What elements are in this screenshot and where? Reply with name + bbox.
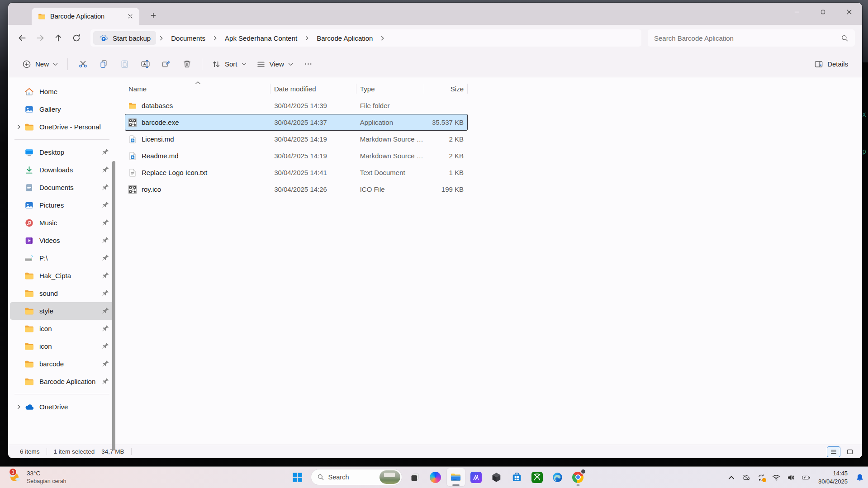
sidebar-item-hak-cipta[interactable]: Hak_Cipta [10, 267, 114, 284]
start-backup-button[interactable]: Start backup [93, 31, 156, 45]
notification-bell-icon[interactable] [855, 473, 864, 482]
file-date-cell: 30/04/2025 14:26 [270, 185, 356, 193]
sync-update-icon[interactable] [757, 473, 766, 482]
column-header-type[interactable]: Type [356, 84, 424, 94]
icons-view-toggle[interactable] [843, 446, 857, 457]
maximize-button[interactable] [810, 3, 836, 21]
chevron-down-icon [242, 62, 247, 66]
wifi-icon[interactable] [772, 473, 781, 482]
table-row-licensi-md[interactable]: Licensi.md30/04/2025 14:19Markdown Sourc… [125, 131, 468, 147]
sidebar-item-desktop[interactable]: Desktop [10, 143, 114, 161]
view-icon [256, 60, 266, 69]
file-name-label: Replace Logo Icon.txt [142, 169, 207, 176]
more-options-button[interactable] [298, 55, 319, 73]
volume-icon[interactable] [787, 473, 796, 482]
tab-barcode-aplication[interactable]: Barcode Aplication [32, 8, 139, 25]
search-box[interactable]: Search Barcode Aplication [648, 29, 855, 47]
sidebar-item-documents[interactable]: Documents [10, 179, 114, 196]
table-row-replace-logo-icon-txt[interactable]: Replace Logo Icon.txt30/04/2025 14:41Tex… [125, 164, 468, 181]
taskbar-search[interactable]: Search [311, 469, 402, 485]
search-icon[interactable] [841, 34, 849, 42]
weather-widget[interactable]: 3 33°C Sebagian cerah [5, 468, 69, 486]
onedrive-paused-icon[interactable] [742, 473, 751, 482]
new-tab-button[interactable] [146, 8, 161, 23]
pin-icon [102, 219, 109, 227]
xbox-button[interactable] [528, 468, 546, 486]
back-button[interactable] [14, 30, 31, 46]
details-view-toggle[interactable] [827, 446, 840, 457]
share-icon [161, 59, 171, 69]
forward-button[interactable] [32, 30, 49, 46]
microsoft-store-button[interactable] [508, 468, 526, 486]
rename-button[interactable] [135, 55, 156, 73]
chevron-right-icon[interactable] [380, 35, 384, 41]
sidebar-item-icon[interactable]: icon [10, 320, 114, 337]
sidebar-item-barcode-aplication[interactable]: Barcode Aplication [10, 373, 114, 390]
file-explorer-window: Barcode Aplication Start backup Docume [8, 3, 862, 458]
copilot-button[interactable] [427, 468, 445, 486]
sidebar-item-music[interactable]: Music [10, 214, 114, 232]
taskbar-center: Search [289, 468, 587, 486]
file-explorer-button[interactable] [447, 468, 465, 486]
column-header-size[interactable]: Size [424, 84, 468, 94]
sidebar-item-p[interactable]: ?P:\ [10, 249, 114, 267]
breadcrumb-item-documents[interactable]: Documents [166, 32, 210, 44]
pin-icon [102, 378, 109, 385]
share-button[interactable] [156, 55, 176, 73]
sidebar-item-downloads[interactable]: Downloads [10, 161, 114, 179]
details-pane-button[interactable]: Details [809, 55, 853, 73]
hexagon-app-button[interactable] [488, 468, 506, 486]
edge-button[interactable] [549, 468, 567, 486]
file-list-pane: Name Date modified Type Size databases30… [116, 77, 862, 445]
cut-button[interactable] [72, 55, 93, 73]
tray-chevron-up-icon[interactable] [727, 473, 736, 482]
sidebar-item-home[interactable]: Home [10, 83, 114, 100]
sidebar-item-pictures[interactable]: Pictures [10, 196, 114, 214]
task-view-button[interactable] [406, 468, 424, 486]
breadcrumb-item-apk-sederhana-content[interactable]: Apk Sederhana Content [220, 32, 302, 44]
chrome-button[interactable] [569, 468, 587, 486]
pin-icon [102, 289, 109, 297]
breadcrumb-item-barcode-aplication[interactable]: Barcode Aplication [312, 32, 377, 44]
new-button[interactable]: New [17, 55, 63, 73]
sidebar-scrollbar[interactable] [112, 161, 115, 450]
file-name-cell: Readme.md [125, 152, 270, 160]
folder-icon [24, 289, 34, 298]
sidebar-item-onedrive[interactable]: OneDrive [10, 398, 114, 416]
delete-button[interactable] [176, 55, 197, 73]
up-button[interactable] [50, 30, 67, 46]
minimize-button[interactable] [783, 3, 810, 21]
close-tab-icon[interactable] [125, 11, 136, 22]
sidebar-item-style[interactable]: style [10, 302, 114, 320]
sidebar-item-icon[interactable]: icon [10, 337, 114, 355]
sidebar-item-label: Music [39, 219, 99, 227]
breadcrumb: Start backup DocumentsApk Sederhana Cont… [90, 29, 641, 47]
paste-button[interactable] [114, 55, 135, 73]
taskbar-clock[interactable]: 14:45 30/04/2025 [816, 469, 849, 486]
slashes-app-button[interactable] [467, 468, 485, 486]
copy-button[interactable] [93, 55, 114, 73]
view-button-label: View [270, 60, 284, 68]
sidebar-item-gallery[interactable]: Gallery [10, 100, 114, 118]
table-row-databases[interactable]: databases30/04/2025 14:39File folder [125, 97, 468, 114]
sort-button[interactable]: Sort [207, 55, 251, 73]
battery-icon[interactable] [802, 473, 811, 482]
column-header-name[interactable]: Name [125, 84, 270, 94]
refresh-button[interactable] [68, 30, 85, 46]
weather-condition: Sebagian cerah [27, 478, 66, 485]
sidebar-item-barcode[interactable]: barcode [10, 355, 114, 373]
table-row-roy-ico[interactable]: roy.ico30/04/2025 14:26ICO File199 KB [125, 181, 468, 198]
sidebar-item-onedrive-personal[interactable]: OneDrive - Personal [10, 118, 114, 136]
close-button[interactable] [836, 3, 862, 21]
sidebar-item-videos[interactable]: Videos [10, 232, 114, 249]
view-button[interactable]: View [251, 55, 298, 73]
column-header-date-modified[interactable]: Date modified [270, 84, 356, 94]
table-row-barcode-exe[interactable]: barcode.exe30/04/2025 14:37Application35… [125, 114, 468, 131]
start-button[interactable] [289, 468, 307, 486]
sidebar-item-sound[interactable]: sound [10, 284, 114, 302]
pin-icon [102, 254, 109, 262]
table-row-readme-md[interactable]: Readme.md30/04/2025 14:19Markdown Source… [125, 147, 468, 164]
search-highlight-image[interactable] [379, 470, 400, 484]
barcode-app-icon [128, 118, 137, 127]
pin-icon [102, 325, 109, 332]
